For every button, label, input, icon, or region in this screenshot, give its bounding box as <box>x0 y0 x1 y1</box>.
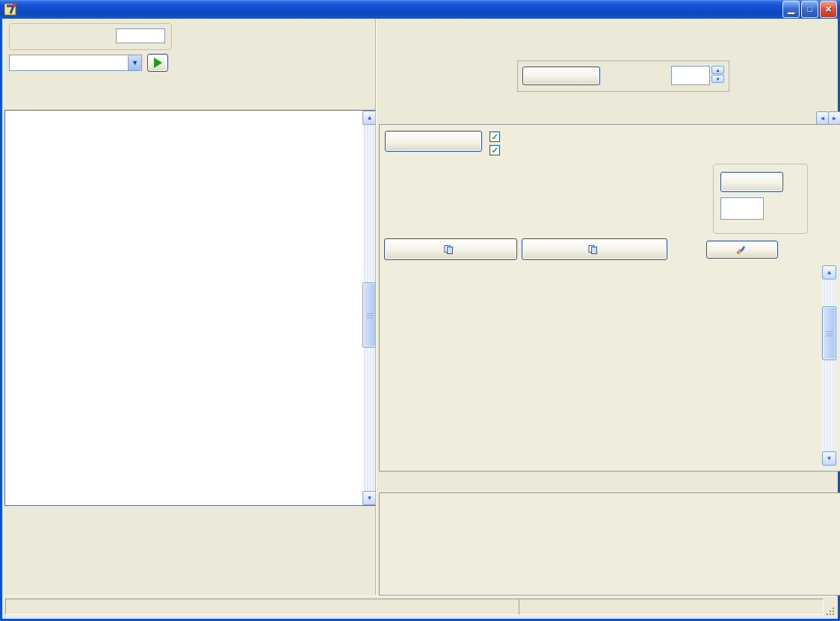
title-bar[interactable]: ▁ □ ✕ <box>0 0 840 19</box>
app-window: ▁ □ ✕ ▼ ▲ ▼ <box>0 0 840 621</box>
resize-grip[interactable] <box>825 606 835 616</box>
autospin-panel: ▲ ▼ <box>517 61 729 92</box>
generate-button[interactable] <box>385 131 482 152</box>
play-icon <box>154 58 162 68</box>
checkbox-show-status[interactable]: ✓ <box>490 132 504 142</box>
delay-down-icon[interactable]: ▼ <box>711 75 724 83</box>
autospin-start-button[interactable] <box>522 67 600 85</box>
freq-tab-strip <box>379 476 835 493</box>
autooffset-input[interactable] <box>720 197 764 220</box>
clear-generated-button[interactable] <box>706 241 778 259</box>
checkbox-icon[interactable]: ✓ <box>490 132 500 142</box>
status-offset-panel <box>519 599 824 615</box>
start-groupbox <box>9 23 172 50</box>
history-scrollbar[interactable]: ▲ ▼ <box>362 111 375 505</box>
right-tab-strip <box>379 108 817 125</box>
roulette-board[interactable] <box>4 509 375 597</box>
status-bar <box>4 596 836 617</box>
scroll-down-icon[interactable]: ▼ <box>822 451 836 466</box>
spins-scrollbar[interactable]: ▲ ▼ <box>822 265 835 466</box>
close-button[interactable]: ✕ <box>820 1 837 18</box>
buffer-table-button[interactable] <box>522 238 667 260</box>
minimize-button[interactable]: ▁ <box>782 1 800 18</box>
tabs-scroll-left-icon[interactable]: ◄ <box>816 111 829 125</box>
left-pane: ▼ ▲ ▼ <box>4 19 375 595</box>
freq-panel <box>379 492 840 596</box>
copy-icon <box>588 245 598 254</box>
delay-up-icon[interactable]: ▲ <box>711 66 724 74</box>
tabs-scroll-right-icon[interactable]: ► <box>828 111 840 125</box>
right-pane: ▲ ▼ ◄ ► ✓ ✓ <box>375 19 836 595</box>
autooffset-groupbox <box>713 164 808 234</box>
new-offset-button[interactable] <box>720 172 783 192</box>
delay-input[interactable] <box>671 66 710 85</box>
checkbox-generate-each-spin[interactable]: ✓ <box>490 145 504 155</box>
brush-icon <box>735 245 745 254</box>
history-grid-wrap <box>4 110 375 506</box>
maximize-button[interactable]: □ <box>801 1 818 18</box>
app-icon <box>4 3 17 16</box>
preset-combobox[interactable]: ▼ <box>9 55 142 71</box>
start-sum-input[interactable] <box>116 28 165 43</box>
scroll-up-icon[interactable]: ▲ <box>822 265 836 279</box>
scroll-thumb[interactable] <box>822 306 836 360</box>
status-spins-panel <box>5 599 527 615</box>
combo-dropdown-icon[interactable]: ▼ <box>128 55 141 70</box>
generator-tab-page: ✓ ✓ <box>379 124 840 472</box>
copy-icon <box>444 245 454 254</box>
checkbox-icon[interactable]: ✓ <box>490 145 500 155</box>
buffer-row-button[interactable] <box>384 238 517 260</box>
run-preset-button[interactable] <box>147 54 168 72</box>
